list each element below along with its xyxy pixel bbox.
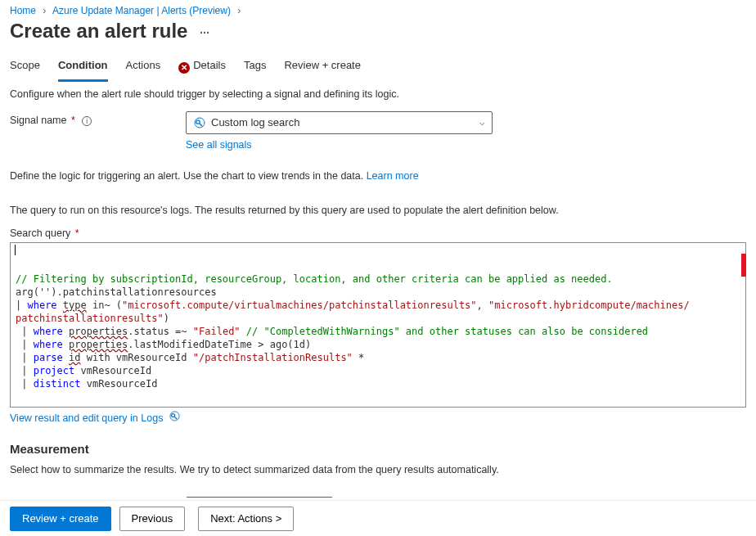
required-indicator: * (75, 227, 79, 239)
content-area: Configure when the alert rule should tri… (0, 88, 756, 498)
breadcrumb: Home › Azure Update Manager | Alerts (Pr… (0, 0, 756, 18)
define-logic-text: Define the logic for triggering an alert… (10, 170, 367, 182)
code-error: properties (69, 339, 128, 350)
code-text: arg('').patchinstallationresources (16, 286, 217, 298)
code-keyword: where (27, 300, 56, 311)
review-create-button[interactable]: Review + create (10, 507, 111, 531)
error-icon: ✕ (178, 62, 190, 74)
code-error: id (69, 352, 80, 363)
required-indicator: * (71, 115, 75, 126)
page-title: Create an alert rule ··· (0, 18, 756, 56)
code-error: properties (69, 326, 128, 337)
learn-more-link[interactable]: Learn more (367, 170, 419, 182)
view-logs-link[interactable]: View result and edit query in Logs (10, 412, 163, 424)
chevron-right-icon: › (237, 5, 241, 16)
measurement-description: Select how to summarize the results. We … (10, 464, 746, 475)
signal-name-label: Signal name * i (10, 111, 186, 126)
code-text: in~ ( (87, 300, 122, 311)
signal-name-row: Signal name * i Custom log search ⌵ See … (10, 111, 746, 151)
code-keyword: project (34, 365, 75, 376)
tab-condition[interactable]: Condition (58, 56, 108, 77)
measure-select[interactable]: Table rows ⌵ (186, 497, 333, 498)
configure-description: Configure when the alert rule should tri… (10, 88, 746, 100)
measurement-heading: Measurement (10, 442, 746, 456)
tab-scope[interactable]: Scope (10, 56, 40, 77)
code-keyword: where (34, 339, 63, 350)
code-string: "microsoft.compute/virtualmachines/patch… (122, 300, 476, 311)
code-keyword: distinct (34, 378, 81, 390)
chevron-down-icon: ⌵ (479, 117, 485, 128)
define-logic-description: Define the logic for triggering an alert… (10, 170, 746, 182)
measure-row: Measure i Table rows ⌵ (10, 497, 746, 498)
code-comment: // Filtering by subscriptionId, resource… (16, 273, 613, 285)
previous-button[interactable]: Previous (119, 507, 186, 531)
signal-name-label-text: Signal name (10, 115, 67, 126)
code-text: vmResourceId (80, 378, 157, 390)
next-actions-button[interactable]: Next: Actions > (198, 507, 294, 531)
tab-review[interactable]: Review + create (284, 56, 361, 77)
code-comment: // "CompletedWithWarnings" and other sta… (241, 326, 649, 337)
log-analytics-icon (193, 116, 206, 129)
breadcrumb-home[interactable]: Home (10, 5, 36, 16)
code-string: "/patchInstallationResults" (193, 352, 353, 363)
error-marker (741, 254, 746, 277)
code-text: .lastModifiedDateTime > ago(1d) (128, 339, 311, 350)
query-editor-wrap: // Filtering by subscriptionId, resource… (10, 242, 746, 408)
code-text: with vmResourceId (81, 352, 193, 363)
code-keyword: parse (34, 352, 63, 363)
tab-details-label: Details (193, 59, 226, 71)
code-string: "Failed" (193, 326, 241, 337)
tab-details[interactable]: ✕Details (178, 56, 226, 77)
measure-label: Measure i (10, 497, 186, 498)
code-text: .status =~ (128, 326, 192, 337)
chevron-right-icon: › (43, 5, 46, 16)
query-description: The query to run on this resource's logs… (10, 205, 746, 216)
text-caret (15, 245, 16, 255)
tabs: Scope Condition Actions ✕Details Tags Re… (0, 56, 756, 77)
code-text: * (353, 352, 364, 363)
footer-bar: Review + create Previous Next: Actions > (0, 500, 756, 536)
signal-name-value: Custom log search (211, 116, 479, 128)
tab-actions[interactable]: Actions (126, 56, 161, 77)
search-query-label: Search query * (10, 227, 746, 239)
tab-tags[interactable]: Tags (244, 56, 266, 77)
query-editor[interactable]: // Filtering by subscriptionId, resource… (10, 242, 746, 408)
code-string: patchinstallationresults" (16, 313, 164, 324)
code-text: , (477, 300, 488, 311)
code-text: vmResourceId (74, 365, 151, 376)
see-all-signals-link[interactable]: See all signals (186, 139, 252, 151)
breadcrumb-path[interactable]: Azure Update Manager | Alerts (Preview) (52, 5, 231, 16)
code-text: ) (164, 313, 169, 324)
more-icon[interactable]: ··· (200, 26, 209, 39)
signal-name-select[interactable]: Custom log search ⌵ (186, 111, 493, 134)
view-logs-row: View result and edit query in Logs (10, 411, 746, 424)
code-error: type (63, 300, 87, 311)
search-query-label-text: Search query (10, 227, 70, 239)
log-analytics-icon (169, 412, 180, 424)
code-keyword: where (34, 326, 63, 337)
page-title-text: Create an alert rule (10, 20, 187, 42)
code-string: "microsoft.hybridcompute/machines/ (488, 300, 690, 311)
info-icon[interactable]: i (82, 116, 92, 126)
